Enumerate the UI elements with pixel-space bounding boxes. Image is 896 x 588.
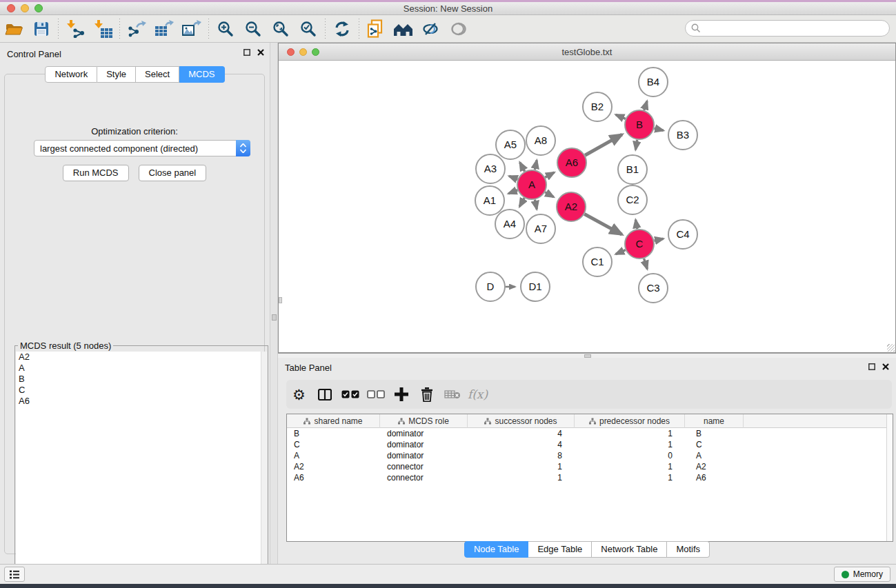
hide-details-button[interactable] (417, 17, 445, 41)
table-row[interactable]: Adominator80A (287, 450, 893, 461)
edge-A-A2[interactable] (545, 192, 554, 197)
memory-status-icon (842, 571, 849, 578)
search-input[interactable] (685, 20, 890, 37)
show-details-button[interactable] (445, 17, 472, 41)
show-panels-button[interactable] (4, 567, 25, 582)
edge-A-A8[interactable] (535, 160, 537, 170)
table-tab-network-table[interactable]: Network Table (592, 541, 667, 558)
table-row[interactable]: A2connector11A2 (287, 461, 893, 472)
edge-B-B3[interactable] (654, 128, 663, 130)
edge-A-A5[interactable] (520, 163, 525, 172)
zoom-in-button[interactable] (212, 17, 239, 41)
node-label-B1: B1 (626, 163, 639, 175)
edge-C-C2[interactable] (635, 220, 637, 230)
add-entry-button[interactable] (388, 382, 414, 407)
open-session-button[interactable] (0, 17, 28, 41)
float-panel-icon[interactable] (243, 49, 250, 56)
splitter-handle[interactable] (272, 314, 277, 321)
edge-A-A1[interactable] (508, 190, 517, 194)
network-window-titlebar[interactable]: testGlobe.txt (279, 43, 895, 61)
close-panel-icon[interactable] (257, 49, 264, 56)
apply-layout-button[interactable] (328, 17, 356, 41)
edge-A-A4[interactable] (519, 198, 524, 207)
edge-C-C4[interactable] (654, 239, 663, 241)
table-tab-node-table[interactable]: Node Table (464, 541, 529, 558)
result-item[interactable]: A6 (16, 396, 267, 407)
table-row[interactable]: Bdominator41B (287, 428, 893, 439)
result-item[interactable]: B (16, 374, 267, 385)
memory-button[interactable]: Memory (834, 567, 890, 582)
edge-C-C1[interactable] (616, 250, 626, 254)
export-image-button[interactable] (178, 17, 206, 41)
table-row[interactable]: A6connector11A6 (287, 472, 893, 483)
zoom-fit-icon (272, 21, 289, 37)
node-label-A8: A8 (535, 134, 547, 146)
tab-mcds[interactable]: MCDS (179, 66, 224, 83)
column-header-name[interactable]: name (685, 414, 744, 428)
edge-C-C3[interactable] (644, 258, 648, 269)
edge-B-B2[interactable] (616, 114, 626, 119)
result-item[interactable]: A (16, 363, 267, 374)
edge-A2-C[interactable] (584, 214, 621, 235)
run-mcds-button[interactable]: Run MCDS (63, 165, 129, 181)
function-builder-button[interactable]: f(x) (465, 382, 490, 407)
import-table-button[interactable] (89, 17, 117, 41)
table-cell: 1 (575, 472, 685, 483)
column-header-MCDS-role[interactable]: MCDS role (380, 414, 468, 428)
table-scrollbar[interactable] (886, 414, 893, 541)
network-canvas[interactable]: B4B2BB3A8A5A6A3B1AC2A1A2A4A7C4CC1DD1C3 (279, 61, 895, 352)
table-tab-motifs[interactable]: Motifs (667, 541, 710, 558)
edge-B-B1[interactable] (635, 140, 637, 150)
mcds-result-title: MCDS result (5 nodes) (18, 341, 113, 351)
column-header-shared-name[interactable]: shared name (287, 414, 380, 428)
edge-A-A6[interactable] (545, 172, 554, 177)
zoom-selected-button[interactable] (295, 17, 322, 41)
column-header-predecessor-nodes[interactable]: predecessor nodes (575, 414, 685, 428)
main-titlebar[interactable]: Session: New Session (0, 2, 896, 15)
edge-B-B4[interactable] (644, 101, 647, 110)
columns-icon (318, 389, 332, 401)
result-item[interactable]: A2 (16, 352, 267, 363)
mcds-result-list[interactable]: A2ABCA6 (16, 352, 267, 582)
optimization-criterion-dropdown[interactable]: largest connected component (directed) (34, 140, 250, 156)
network-graph[interactable]: B4B2BB3A8A5A6A3B1AC2A1A2A4A7C4CC1DD1C3 (279, 61, 895, 352)
node-label-A5: A5 (504, 139, 517, 150)
duplicate-network-button[interactable] (362, 17, 390, 41)
tab-select[interactable]: Select (136, 66, 179, 83)
import-network-button[interactable] (61, 17, 89, 41)
close-panel-button[interactable]: Close panel (139, 165, 207, 181)
table-settings-button[interactable]: ⚙ (286, 382, 312, 407)
delete-table-button[interactable] (439, 382, 465, 407)
overview-homes-button[interactable] (390, 17, 417, 41)
table-tab-edge-table[interactable]: Edge Table (528, 541, 592, 558)
edge-A-A3[interactable] (509, 176, 517, 179)
zoom-fit-button[interactable] (267, 17, 295, 41)
tab-network[interactable]: Network (45, 66, 97, 83)
result-scrollbar[interactable] (261, 352, 267, 582)
float-panel-icon[interactable] (868, 363, 875, 370)
table-row[interactable]: Cdominator41C (287, 439, 893, 450)
export-table-button[interactable] (150, 17, 178, 41)
clear-selection-button[interactable] (363, 382, 388, 407)
export-network-button[interactable] (123, 17, 150, 41)
zoom-out-button[interactable] (239, 17, 267, 41)
column-header-successor-nodes[interactable]: successor nodes (468, 414, 575, 428)
select-all-button[interactable] (337, 382, 363, 407)
table-cell: dominator (380, 428, 468, 439)
close-panel-icon[interactable] (882, 363, 889, 370)
show-columns-button[interactable] (312, 382, 337, 407)
export-table-icon (155, 20, 174, 38)
result-item[interactable]: C (16, 385, 267, 396)
delete-entry-button[interactable] (414, 382, 439, 407)
window-resize-grip[interactable] (887, 344, 895, 352)
node-label-A3: A3 (484, 163, 497, 174)
edge-A-A7[interactable] (535, 200, 537, 210)
save-session-button[interactable] (28, 17, 55, 41)
tab-style[interactable]: Style (97, 66, 136, 83)
vertical-splitter[interactable] (270, 43, 278, 564)
horizontal-splitter[interactable] (278, 353, 896, 358)
control-panel-header: Control Panel (0, 43, 270, 63)
edge-A6-B[interactable] (585, 134, 622, 155)
table-cell: A (287, 450, 380, 461)
network-window-title: testGlobe.txt (279, 47, 895, 57)
